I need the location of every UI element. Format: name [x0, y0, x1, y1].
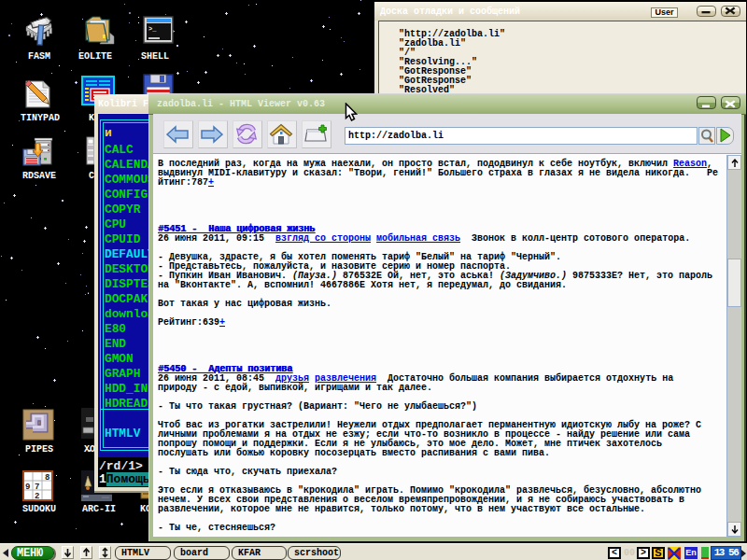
svg-text:7: 7	[35, 483, 39, 492]
svg-text:8: 8	[45, 473, 49, 483]
svg-text:>_: >_	[148, 25, 157, 33]
svg-text:9: 9	[25, 483, 30, 492]
svg-text:2: 2	[35, 492, 39, 501]
